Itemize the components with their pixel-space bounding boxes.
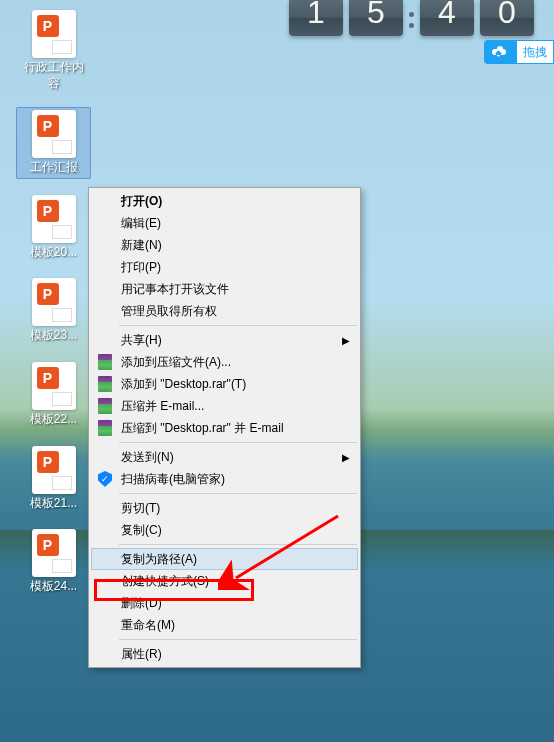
menu-item[interactable]: 共享(H)▶ bbox=[91, 329, 358, 351]
file-label: 工作汇报 bbox=[30, 160, 78, 176]
menu-item-label: 复制(C) bbox=[121, 522, 162, 539]
desktop-file-icon[interactable]: P 模板24... bbox=[16, 527, 91, 597]
p-badge-icon: P bbox=[37, 534, 59, 556]
submenu-arrow-icon: ▶ bbox=[342, 452, 350, 463]
menu-item-label: 打印(P) bbox=[121, 259, 161, 276]
powerpoint-file-icon: P bbox=[32, 195, 76, 243]
file-label: 行政工作内容 bbox=[18, 60, 89, 91]
menu-item[interactable]: 创建快捷方式(S) bbox=[91, 570, 358, 592]
menu-item[interactable]: 压缩并 E-mail... bbox=[91, 395, 358, 417]
menu-item[interactable]: 添加到 "Desktop.rar"(T) bbox=[91, 373, 358, 395]
desktop-file-icon[interactable]: P 模板21... bbox=[16, 444, 91, 514]
powerpoint-file-icon: P bbox=[32, 362, 76, 410]
menu-item-label: 重命名(M) bbox=[121, 617, 175, 634]
clock-hour-tens: 1 bbox=[289, 0, 343, 36]
p-badge-icon: P bbox=[37, 15, 59, 37]
menu-item[interactable]: 添加到压缩文件(A)... bbox=[91, 351, 358, 373]
menu-item-label: 共享(H) bbox=[121, 332, 162, 349]
powerpoint-file-icon: P bbox=[32, 110, 76, 158]
cloud-icon bbox=[484, 40, 516, 64]
menu-separator bbox=[119, 493, 357, 494]
menu-item-label: 管理员取得所有权 bbox=[121, 303, 217, 320]
menu-item[interactable]: 用记事本打开该文件 bbox=[91, 278, 358, 300]
menu-item[interactable]: 重命名(M) bbox=[91, 614, 358, 636]
menu-item[interactable]: 剪切(T) bbox=[91, 497, 358, 519]
clock-min-ones: 0 bbox=[480, 0, 534, 36]
winrar-icon bbox=[97, 354, 113, 370]
menu-item-label: 压缩并 E-mail... bbox=[121, 398, 204, 415]
menu-item[interactable]: 删除(D) bbox=[91, 592, 358, 614]
context-menu: 打开(O)编辑(E)新建(N)打印(P)用记事本打开该文件管理员取得所有权共享(… bbox=[88, 187, 361, 668]
powerpoint-file-icon: P bbox=[32, 10, 76, 58]
menu-item[interactable]: 编辑(E) bbox=[91, 212, 358, 234]
clock-separator bbox=[409, 0, 414, 36]
menu-separator bbox=[119, 544, 357, 545]
winrar-icon bbox=[97, 376, 113, 392]
menu-separator bbox=[119, 325, 357, 326]
desktop-file-icon[interactable]: P 模板23... bbox=[16, 276, 91, 346]
powerpoint-file-icon: P bbox=[32, 446, 76, 494]
submenu-arrow-icon: ▶ bbox=[342, 335, 350, 346]
menu-item[interactable]: 压缩到 "Desktop.rar" 并 E-mail bbox=[91, 417, 358, 439]
file-label: 模板24... bbox=[30, 579, 77, 595]
menu-item-label: 创建快捷方式(S) bbox=[121, 573, 209, 590]
menu-item[interactable]: 复制(C) bbox=[91, 519, 358, 541]
desktop-file-icon[interactable]: P 行政工作内容 bbox=[16, 8, 91, 93]
powerpoint-file-icon: P bbox=[32, 278, 76, 326]
menu-item-label: 新建(N) bbox=[121, 237, 162, 254]
cloud-sync-button[interactable]: 拖拽 bbox=[484, 40, 554, 64]
desktop-file-icon[interactable]: P 工作汇报 bbox=[16, 107, 91, 179]
p-badge-icon: P bbox=[37, 367, 59, 389]
menu-item-label: 剪切(T) bbox=[121, 500, 160, 517]
menu-item[interactable]: ✓扫描病毒(电脑管家) bbox=[91, 468, 358, 490]
menu-item-label: 发送到(N) bbox=[121, 449, 174, 466]
desktop-file-icon[interactable]: P 模板22... bbox=[16, 360, 91, 430]
menu-item[interactable]: 属性(R) bbox=[91, 643, 358, 665]
menu-item-label: 属性(R) bbox=[121, 646, 162, 663]
menu-item-label: 复制为路径(A) bbox=[121, 551, 197, 568]
clock-min-tens: 4 bbox=[420, 0, 474, 36]
file-label: 模板21... bbox=[30, 496, 77, 512]
clock-widget[interactable]: 1 5 4 0 bbox=[289, 0, 534, 36]
file-label: 模板20... bbox=[30, 245, 77, 261]
menu-item-label: 添加到 "Desktop.rar"(T) bbox=[121, 376, 246, 393]
p-badge-icon: P bbox=[37, 200, 59, 222]
file-label: 模板22... bbox=[30, 412, 77, 428]
desktop-icons-column: P 行政工作内容 P 工作汇报 P 模板20... P 模板23... P 模板… bbox=[16, 8, 91, 597]
menu-item-label: 用记事本打开该文件 bbox=[121, 281, 229, 298]
menu-item-label: 打开(O) bbox=[121, 193, 162, 210]
shield-icon: ✓ bbox=[97, 471, 113, 487]
clock-hour-ones: 5 bbox=[349, 0, 403, 36]
menu-item-label: 压缩到 "Desktop.rar" 并 E-mail bbox=[121, 420, 284, 437]
winrar-icon bbox=[97, 420, 113, 436]
p-badge-icon: P bbox=[37, 283, 59, 305]
menu-item-label: 删除(D) bbox=[121, 595, 162, 612]
menu-item[interactable]: 复制为路径(A) bbox=[91, 548, 358, 570]
file-label: 模板23... bbox=[30, 328, 77, 344]
menu-item-label: 添加到压缩文件(A)... bbox=[121, 354, 231, 371]
cloud-label: 拖拽 bbox=[516, 40, 554, 64]
menu-item-label: 扫描病毒(电脑管家) bbox=[121, 471, 225, 488]
menu-separator bbox=[119, 442, 357, 443]
menu-item[interactable]: 新建(N) bbox=[91, 234, 358, 256]
p-badge-icon: P bbox=[37, 115, 59, 137]
winrar-icon bbox=[97, 398, 113, 414]
menu-item[interactable]: 管理员取得所有权 bbox=[91, 300, 358, 322]
menu-item[interactable]: 打印(P) bbox=[91, 256, 358, 278]
menu-separator bbox=[119, 639, 357, 640]
menu-item-label: 编辑(E) bbox=[121, 215, 161, 232]
p-badge-icon: P bbox=[37, 451, 59, 473]
menu-item[interactable]: 打开(O) bbox=[91, 190, 358, 212]
menu-item[interactable]: 发送到(N)▶ bbox=[91, 446, 358, 468]
desktop-file-icon[interactable]: P 模板20... bbox=[16, 193, 91, 263]
powerpoint-file-icon: P bbox=[32, 529, 76, 577]
